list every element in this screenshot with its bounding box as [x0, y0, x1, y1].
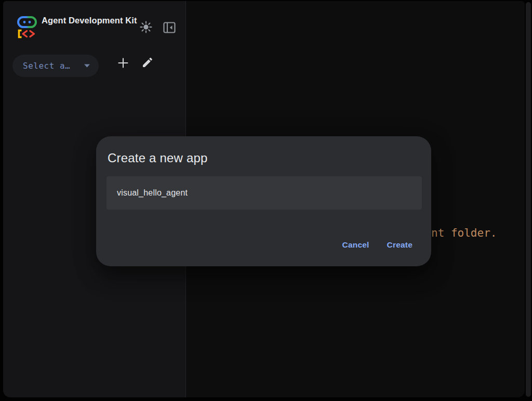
create-button[interactable]: Create — [382, 236, 418, 254]
theme-toggle-button[interactable] — [138, 20, 154, 35]
caret-down-icon — [84, 62, 90, 70]
pencil-icon — [141, 56, 154, 70]
scrollbar-track[interactable] — [526, 2, 531, 397]
select-agent-label: Select a… — [23, 61, 70, 71]
panel-left-collapse-icon — [163, 22, 176, 35]
dialog-title: Create a new app — [108, 150, 208, 166]
select-agent-dropdown[interactable]: Select a… — [12, 55, 99, 77]
cancel-button[interactable]: Cancel — [337, 236, 375, 254]
edit-app-button[interactable] — [140, 55, 155, 71]
collapse-sidebar-button[interactable] — [162, 20, 177, 36]
add-app-button[interactable] — [115, 56, 131, 71]
background-message-fragment: nt folder. — [431, 227, 497, 239]
app-screen: Agent Development Kit — [0, 0, 532, 401]
create-app-dialog: Create a new app Cancel Create — [96, 136, 431, 266]
adk-robot-logo-icon — [17, 16, 37, 38]
plus-icon — [117, 57, 129, 71]
app-name-input[interactable] — [107, 176, 422, 210]
sun-icon — [139, 20, 153, 35]
app-title: Agent Development Kit — [42, 14, 141, 28]
dialog-actions: Cancel Create — [337, 236, 418, 254]
